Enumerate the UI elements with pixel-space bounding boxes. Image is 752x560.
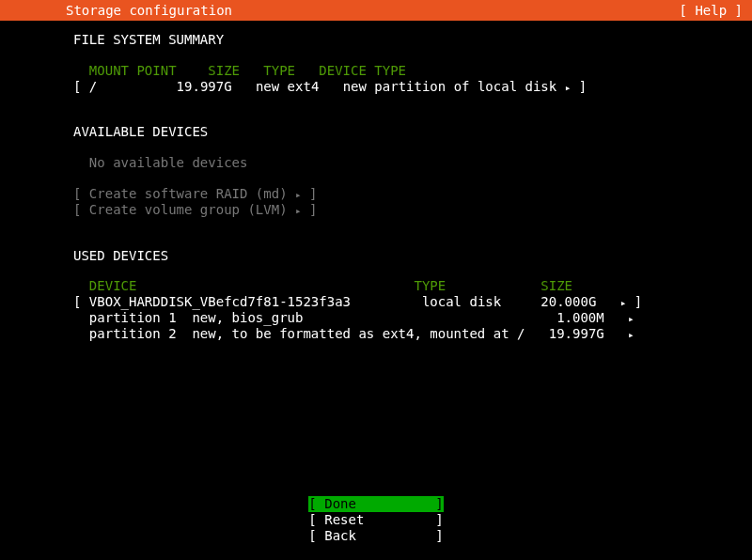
- used-title: USED DEVICES: [73, 248, 743, 264]
- fs-summary-title: FILE SYSTEM SUMMARY: [73, 32, 743, 48]
- create-raid-action[interactable]: [ Create software RAID (md) ▸ ]: [73, 186, 743, 202]
- chevron-right-icon: ▸: [295, 205, 302, 217]
- button-bar: [ Done ] [ Reset ] [ Back ]: [0, 496, 752, 543]
- header-bar: Storage configuration [ Help ]: [0, 0, 752, 21]
- back-button[interactable]: [ Back ]: [308, 528, 443, 544]
- used-partition-row[interactable]: partition 2 new, to be formatted as ext4…: [73, 326, 743, 342]
- used-partition-row[interactable]: partition 1 new, bios_grub 1.000M ▸: [73, 310, 743, 326]
- help-button[interactable]: [ Help ]: [680, 3, 743, 19]
- main-content: FILE SYSTEM SUMMARY MOUNT POINT SIZE TYP…: [0, 21, 752, 342]
- chevron-right-icon: ▸: [628, 313, 634, 325]
- available-empty: No available devices: [73, 155, 743, 171]
- fs-summary-row[interactable]: [ / 19.997G new ext4 new partition of lo…: [73, 79, 743, 95]
- page-title: Storage configuration: [9, 3, 232, 19]
- done-button[interactable]: [ Done ]: [308, 496, 443, 512]
- used-device-row[interactable]: [ VBOX_HARDDISK_VBefcd7f81-1523f3a3 loca…: [73, 294, 743, 310]
- chevron-right-icon: ▸: [628, 329, 634, 341]
- used-headers: DEVICE TYPE SIZE: [73, 278, 743, 294]
- reset-button[interactable]: [ Reset ]: [308, 512, 443, 528]
- fs-summary-headers: MOUNT POINT SIZE TYPE DEVICE TYPE: [73, 63, 743, 79]
- create-lvm-action[interactable]: [ Create volume group (LVM) ▸ ]: [73, 202, 743, 218]
- chevron-right-icon: ▸: [295, 189, 302, 201]
- available-title: AVAILABLE DEVICES: [73, 124, 743, 140]
